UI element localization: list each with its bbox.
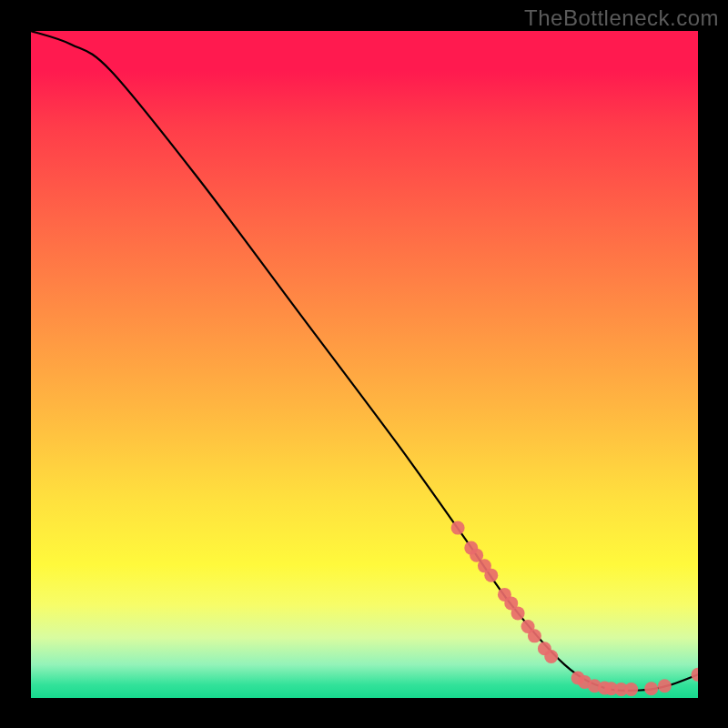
curve-marker xyxy=(658,679,672,693)
curve-marker xyxy=(484,569,498,582)
curve-marker xyxy=(644,682,658,695)
curve-marker xyxy=(451,521,465,535)
curve-marker xyxy=(692,668,699,682)
plot-area xyxy=(31,31,698,698)
curve-markers xyxy=(451,521,698,696)
bottleneck-curve xyxy=(31,31,698,691)
curve-marker xyxy=(544,650,558,663)
curve-marker xyxy=(511,606,525,620)
chart-frame: TheBottleneck.com xyxy=(0,0,728,728)
watermark-text: TheBottleneck.com xyxy=(524,5,719,31)
curve-layer xyxy=(31,31,698,698)
curve-marker xyxy=(528,629,541,642)
curve-marker xyxy=(624,682,638,696)
